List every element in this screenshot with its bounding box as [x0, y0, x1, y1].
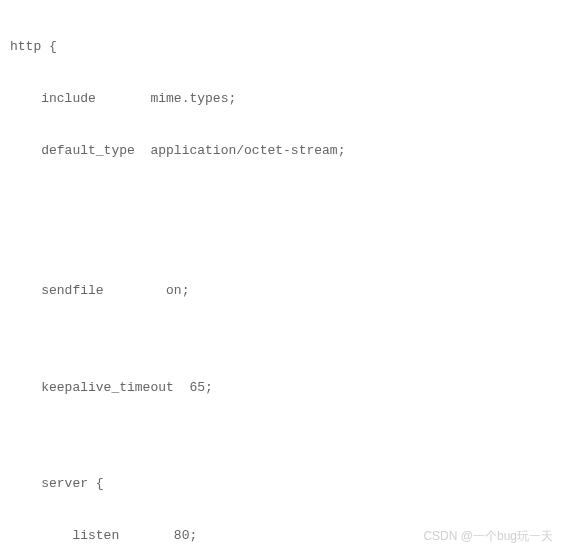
code-block: http { include mime.types; default_type …	[0, 0, 561, 551]
code-line: keepalive_timeout 65;	[10, 375, 561, 401]
code-line: include mime.types;	[10, 86, 561, 112]
code-line	[10, 190, 561, 208]
code-line	[10, 427, 561, 445]
code-line: http {	[10, 34, 561, 60]
code-line	[10, 330, 561, 348]
code-line: default_type application/octet-stream;	[10, 138, 561, 164]
code-line: sendfile on;	[10, 278, 561, 304]
code-line: server {	[10, 471, 561, 497]
code-line	[10, 234, 561, 252]
watermark-text: CSDN @一个bug玩一天	[423, 528, 553, 545]
